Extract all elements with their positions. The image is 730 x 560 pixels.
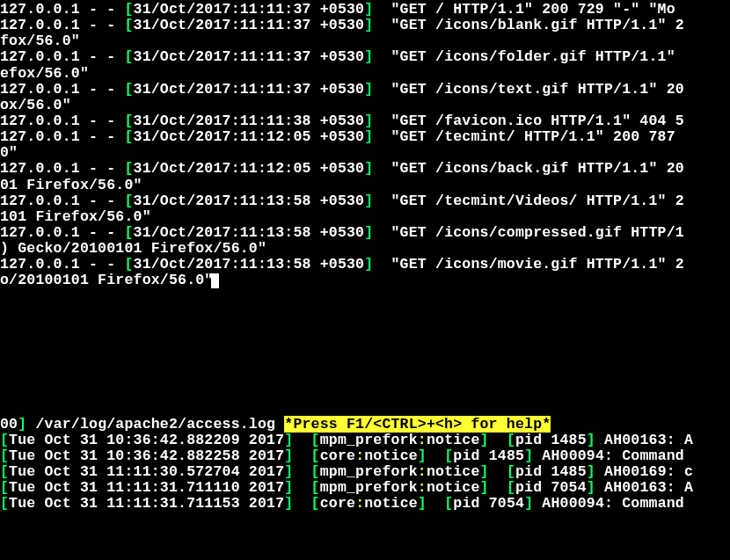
log-segment: ]: [587, 463, 595, 480]
log-segment: ]: [364, 128, 373, 145]
log-segment: [293, 495, 310, 512]
log-segment: :: [418, 479, 427, 496]
log-segment: Tue Oct 31 11:11:31.711110 2017: [9, 479, 284, 496]
log-segment: "GET /tecmint/Videos/ HTTP/1.1" 2: [373, 193, 684, 209]
log-segment: notice: [427, 432, 480, 448]
log-segment: ) Gecko/20100101 Firefox/56.0": [0, 240, 266, 257]
log-segment: 127.0.0.1 - -: [0, 128, 124, 145]
log-segment: mpm_prefork: [320, 432, 418, 448]
log-segment: o/20100101 Firefox/56.0": [0, 272, 213, 288]
access-log-line: ) Gecko/20100101 Firefox/56.0": [0, 241, 730, 257]
log-segment: :: [355, 447, 364, 464]
log-segment: [: [311, 447, 320, 464]
log-segment: Tue Oct 31 11:11:31.711153 2017: [9, 495, 284, 512]
log-segment: "GET /favicon.ico HTTP/1.1" 404 5: [373, 113, 684, 129]
log-segment: ]: [480, 479, 489, 496]
log-segment: [293, 432, 310, 448]
log-segment: ox/56.0": [0, 97, 71, 113]
error-log-line: [Tue Oct 31 11:11:31.711153 2017] [core:…: [0, 496, 730, 512]
log-segment: "GET /icons/compressed.gif HTTP/1: [373, 224, 684, 241]
status-right-bracket: ]: [18, 416, 26, 433]
log-segment: 127.0.0.1 - -: [0, 160, 124, 177]
log-segment: 127.0.0.1 - -: [0, 81, 124, 98]
log-segment: notice: [427, 479, 480, 496]
log-segment: ]: [284, 479, 293, 496]
log-segment: [: [124, 128, 133, 145]
log-segment: ]: [284, 463, 293, 480]
blank-line: [0, 368, 730, 384]
log-segment: ]: [418, 495, 427, 512]
log-segment: [489, 432, 507, 448]
access-log-line: 127.0.0.1 - - [31/Oct/2017:11:13:58 +053…: [0, 257, 730, 273]
log-segment: ]: [364, 17, 373, 33]
log-segment: 127.0.0.1 - -: [0, 1, 124, 18]
access-log-pane[interactable]: 127.0.0.1 - - [31/Oct/2017:11:11:37 +053…: [0, 0, 730, 417]
log-segment: efox/56.0": [0, 65, 89, 82]
log-segment: Tue Oct 31 10:36:42.882258 2017: [9, 447, 284, 464]
log-segment: AH00163: A: [595, 479, 693, 496]
log-segment: Tue Oct 31 10:36:42.882209 2017: [9, 432, 284, 448]
log-segment: AH00163: A: [595, 432, 693, 448]
log-segment: [489, 463, 507, 480]
blank-line: [0, 337, 730, 353]
log-segment: [: [124, 160, 133, 177]
log-segment: core: [320, 447, 355, 464]
log-segment: 01 Firefox/56.0": [0, 177, 142, 193]
log-segment: [293, 463, 310, 480]
blank-line: [0, 353, 730, 368]
log-segment: :: [418, 432, 427, 448]
access-log-line: o/20100101 Firefox/56.0": [0, 273, 730, 288]
log-segment: "GET /icons/blank.gif HTTP/1.1" 2: [373, 17, 684, 33]
log-segment: "GET /icons/text.gif HTTP/1.1" 20: [373, 81, 684, 98]
log-segment: 127.0.0.1 - -: [0, 113, 124, 129]
status-bar: 00] /var/log/apache2/access.log *Press F…: [0, 417, 730, 433]
log-segment: pid 1485: [515, 432, 587, 448]
log-segment: ]: [364, 160, 373, 177]
log-segment: notice: [427, 463, 480, 480]
log-segment: [: [311, 432, 320, 448]
log-segment: 31/Oct/2017:11:11:37 +0530: [134, 1, 365, 18]
error-log-line: [Tue Oct 31 11:11:30.572704 2017] [mpm_p…: [0, 464, 730, 480]
access-log-line: 101 Firefox/56.0": [0, 209, 730, 225]
log-segment: [: [507, 479, 515, 496]
error-log-pane[interactable]: [Tue Oct 31 10:36:42.882209 2017] [mpm_p…: [0, 433, 730, 513]
access-log-line: 127.0.0.1 - - [31/Oct/2017:11:11:37 +053…: [0, 2, 730, 18]
log-segment: AH00094: Command: [533, 447, 693, 464]
log-segment: 31/Oct/2017:11:11:37 +0530: [134, 17, 365, 33]
log-segment: [: [124, 1, 133, 18]
log-segment: [: [311, 495, 320, 512]
log-segment: 31/Oct/2017:11:11:38 +0530: [134, 113, 365, 129]
log-segment: ]: [587, 479, 595, 496]
log-segment: 31/Oct/2017:11:12:05 +0530: [134, 160, 365, 177]
error-log-line: [Tue Oct 31 10:36:42.882258 2017] [core:…: [0, 448, 730, 464]
status-file-path: /var/log/apache2/access.log: [26, 416, 284, 433]
log-segment: [: [311, 463, 320, 480]
access-log-line: fox/56.0": [0, 33, 730, 49]
log-segment: "GET /icons/back.gif HTTP/1.1" 20: [373, 160, 684, 177]
log-segment: [: [124, 113, 133, 129]
blank-line: [0, 305, 730, 321]
log-segment: [293, 479, 310, 496]
log-segment: [: [0, 479, 9, 496]
log-segment: ]: [284, 495, 293, 512]
status-left-bracket-num: 00: [0, 416, 18, 433]
log-segment: 127.0.0.1 - -: [0, 256, 124, 273]
log-segment: 31/Oct/2017:11:11:37 +0530: [134, 81, 365, 98]
log-segment: ]: [364, 193, 373, 209]
log-segment: [489, 479, 507, 496]
log-segment: ]: [364, 113, 373, 129]
log-segment: [: [311, 479, 320, 496]
log-segment: [427, 447, 444, 464]
log-segment: ]: [284, 447, 293, 464]
log-segment: fox/56.0": [0, 33, 80, 49]
access-log-line: efox/56.0": [0, 66, 730, 82]
log-segment: [: [444, 495, 453, 512]
log-segment: [: [124, 48, 133, 65]
log-segment: mpm_prefork: [320, 479, 418, 496]
log-segment: ]: [480, 432, 489, 448]
error-log-line: [Tue Oct 31 11:11:31.711110 2017] [mpm_p…: [0, 480, 730, 496]
access-log-line: 127.0.0.1 - - [31/Oct/2017:11:11:37 +053…: [0, 49, 730, 65]
log-segment: ]: [364, 81, 373, 98]
log-segment: ]: [364, 224, 373, 241]
access-log-line: 0": [0, 145, 730, 161]
